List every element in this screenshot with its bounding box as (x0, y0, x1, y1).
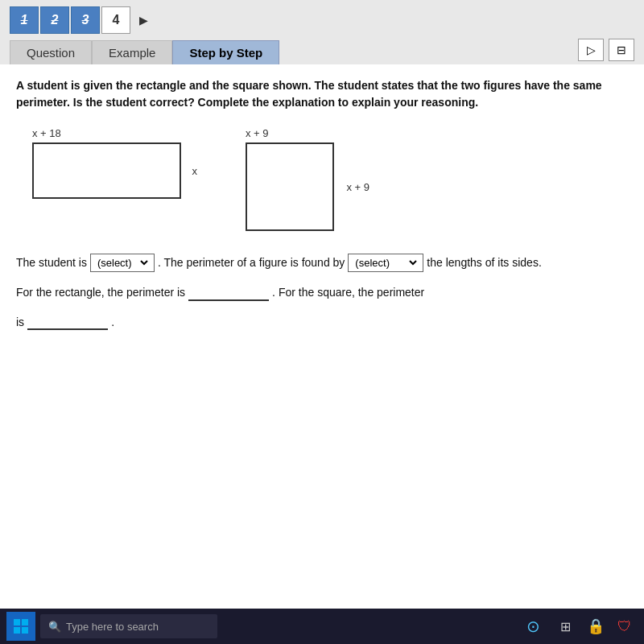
taskbar-cortana[interactable]: ⊙ (518, 612, 547, 641)
tab-step-by-step[interactable]: Step by Step (172, 40, 279, 64)
step-4-label: 4 (113, 13, 120, 27)
line1-mid: . The perimeter of a figure is found by (158, 250, 345, 275)
select2[interactable]: (select) adding multiplying subtracting (352, 256, 419, 270)
taskbar-lock-icon[interactable]: 🔒 (583, 613, 609, 639)
square-shape (246, 142, 334, 231)
step-tab-3[interactable]: 3 (71, 6, 100, 34)
line2-end: . For the square, the perimeter (272, 280, 424, 305)
line3-start: is (16, 310, 24, 335)
screen: 1 2 3 4 ▶ Question Example Step by (0, 0, 644, 644)
step-2-label: 2 (52, 13, 59, 27)
step-1-label: 1 (21, 13, 28, 27)
answer-row-3: is . (16, 310, 628, 335)
rectangle-wrapper: x (32, 142, 181, 199)
step-tabs: 1 2 3 4 ▶ (10, 6, 634, 34)
taskbar-shield-icon[interactable]: 🛡 (612, 613, 638, 639)
square-top-label: x + 9 (246, 127, 269, 139)
line2-start: For the rectangle, the perimeter is (16, 280, 185, 305)
select1[interactable]: (select) correct incorrect (94, 256, 151, 270)
line3-end: . (111, 310, 114, 335)
play-icon: ▷ (587, 43, 596, 56)
answer-section: The student is (select) correct incorrec… (16, 250, 628, 334)
rectangle-side-label: x (192, 165, 198, 177)
nav-tabs: Question Example Step by Step ▷ ⊟ (10, 39, 634, 64)
nav-icons: ▷ ⊟ (578, 39, 634, 64)
svg-rect-0 (14, 619, 20, 625)
svg-rect-3 (22, 627, 28, 634)
step-tab-1[interactable]: 1 (10, 6, 39, 34)
step-tab-2[interactable]: 2 (40, 6, 69, 34)
svg-rect-2 (14, 627, 20, 634)
svg-rect-1 (22, 619, 28, 625)
answer-row-1: The student is (select) correct incorrec… (16, 250, 628, 275)
book-button[interactable]: ⊟ (609, 39, 634, 61)
taskbar-search-box[interactable]: 🔍 Type here to search (40, 614, 217, 638)
search-placeholder: Type here to search (66, 621, 159, 633)
select2-container[interactable]: (select) adding multiplying subtracting (348, 254, 423, 272)
line1-start: The student is (16, 250, 87, 275)
square-wrapper: x + 9 (246, 142, 334, 231)
problem-statement: A student is given the rectangle and the… (16, 77, 628, 111)
rectangle-top-label: x + 18 (32, 127, 61, 139)
tab-question[interactable]: Question (10, 40, 92, 64)
book-icon: ⊟ (617, 43, 626, 56)
search-icon: 🔍 (48, 621, 61, 633)
line1-end: the lengths of its sides. (427, 250, 541, 275)
taskbar: 🔍 Type here to search ⊙ ⊞ 🔒 🛡 (0, 609, 644, 644)
select1-container[interactable]: (select) correct incorrect (90, 254, 155, 272)
answer-row-2: For the rectangle, the perimeter is . Fo… (16, 280, 628, 305)
square-side-label: x + 9 (346, 181, 369, 193)
square-perimeter-input[interactable] (27, 313, 108, 330)
windows-icon (13, 618, 29, 634)
step-arrow[interactable]: ▶ (132, 9, 155, 31)
play-button[interactable]: ▷ (578, 39, 604, 61)
step-tab-4[interactable]: 4 (101, 6, 130, 34)
top-bar: 1 2 3 4 ▶ Question Example Step by (0, 0, 644, 64)
main-content: A student is given the rectangle and the… (0, 64, 644, 609)
rect-perimeter-input[interactable] (188, 284, 269, 301)
taskbar-grid[interactable]: ⊞ (551, 612, 580, 641)
square-container: x + 9 x + 9 (246, 127, 334, 231)
start-button[interactable] (6, 612, 35, 641)
step-3-label: 3 (82, 13, 89, 27)
rectangle-container: x + 18 x (32, 127, 181, 199)
tab-example[interactable]: Example (92, 40, 172, 64)
rectangle-shape (32, 142, 181, 199)
figures-row: x + 18 x x + 9 x + 9 (16, 127, 628, 231)
taskbar-system-icons: ⊙ ⊞ 🔒 🛡 (518, 612, 638, 641)
